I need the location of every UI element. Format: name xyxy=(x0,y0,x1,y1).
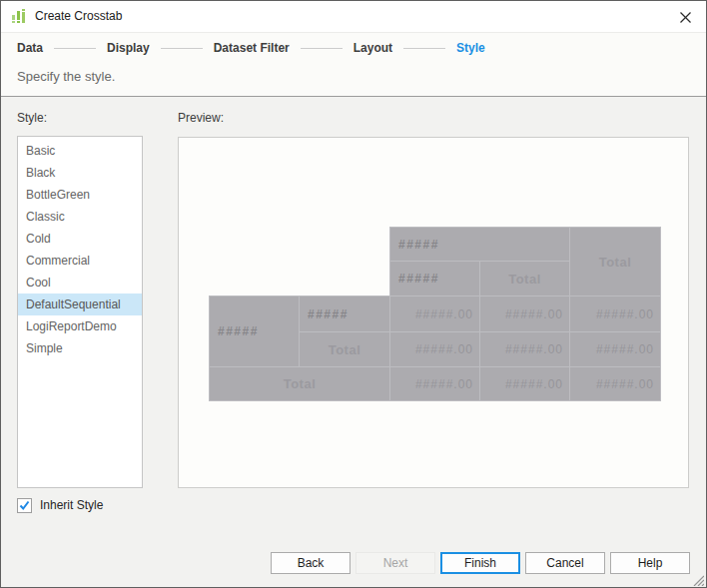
resize-grip-icon xyxy=(691,573,704,586)
dialog-title: Create Crosstab xyxy=(35,1,122,32)
crosstab-col-grand-total: Total xyxy=(570,228,660,295)
crosstab-rowheader-sub: ##### xyxy=(300,296,389,331)
crosstab-colheader-group: ##### xyxy=(390,228,569,261)
preview-label: Preview: xyxy=(178,111,224,125)
dialog-button[interactable]: Finish xyxy=(440,552,520,574)
crosstab-value-cell: #####.00 xyxy=(390,367,479,400)
crosstab-preview: ##### Total ##### Total ##### ##### ####… xyxy=(209,227,661,401)
crosstab-value-cell: #####.00 xyxy=(480,296,569,331)
dialog-header-band: Create Crosstab Data Display Dataset Fil… xyxy=(1,1,706,97)
step-dataset-filter[interactable]: Dataset Filter xyxy=(214,41,290,55)
checkbox-box[interactable] xyxy=(17,498,32,513)
style-list-item[interactable]: BottleGreen xyxy=(18,184,142,206)
crosstab-column-headers: ##### Total ##### Total xyxy=(389,227,661,296)
dialog-button[interactable]: Back xyxy=(271,552,351,574)
crosstab-value-cell: #####.00 xyxy=(390,332,479,366)
style-list-item[interactable]: Black xyxy=(18,162,142,184)
style-list-item[interactable]: Commercial xyxy=(18,250,142,272)
dialog-footer: Back Next Finish Cancel Help xyxy=(271,552,690,574)
crosstab-value-cell: #####.00 xyxy=(570,332,660,366)
close-icon xyxy=(680,12,691,23)
crosstab-app-icon xyxy=(11,8,27,24)
style-list-item[interactable]: Basic xyxy=(18,140,142,162)
inherit-style-label: Inherit Style xyxy=(40,498,103,512)
style-list-item[interactable]: Cool xyxy=(18,272,142,294)
style-list-label: Style: xyxy=(17,111,47,125)
crosstab-col-subtotal: Total xyxy=(480,262,569,295)
style-list-item[interactable]: LogiReportDemo xyxy=(18,315,142,337)
dialog-button[interactable]: Cancel xyxy=(525,552,605,574)
checkmark-icon xyxy=(19,500,30,511)
crosstab-value-cell: #####.00 xyxy=(570,367,660,400)
style-list-item[interactable]: Cold xyxy=(18,228,142,250)
step-connector xyxy=(403,48,445,49)
step-description: Specify the style. xyxy=(17,69,115,84)
resize-grip[interactable] xyxy=(691,572,704,585)
style-list-item[interactable]: DefaultSequential xyxy=(18,294,142,315)
close-button[interactable] xyxy=(672,5,698,29)
crosstab-body: ##### ##### #####.00 #####.00 #####.00 T… xyxy=(209,295,661,401)
step-connector xyxy=(54,48,96,49)
step-display[interactable]: Display xyxy=(107,41,150,55)
dialog-button[interactable]: Help xyxy=(610,552,690,574)
crosstab-rowheader-group: ##### xyxy=(210,296,299,366)
inherit-style-checkbox[interactable]: Inherit Style xyxy=(17,497,103,513)
crosstab-value-cell: #####.00 xyxy=(480,367,569,400)
step-data[interactable]: Data xyxy=(17,41,43,55)
crosstab-row-grand-total: Total xyxy=(210,367,389,400)
create-crosstab-dialog: Create Crosstab Data Display Dataset Fil… xyxy=(0,0,707,588)
step-connector xyxy=(161,48,203,49)
crosstab-value-cell: #####.00 xyxy=(480,332,569,366)
wizard-steps: Data Display Dataset Filter Layout Style xyxy=(17,34,485,62)
step-style[interactable]: Style xyxy=(456,41,485,55)
crosstab-colheader-sub: ##### xyxy=(390,262,479,295)
style-listbox[interactable]: Basic Black BottleGreen Classic Cold Com… xyxy=(17,136,143,488)
step-layout[interactable]: Layout xyxy=(354,41,392,55)
crosstab-value-cell: #####.00 xyxy=(390,296,479,331)
title-bar: Create Crosstab xyxy=(1,1,706,33)
style-list-item[interactable]: Simple xyxy=(18,337,142,359)
crosstab-value-cell: #####.00 xyxy=(570,296,660,331)
style-list-item[interactable]: Classic xyxy=(18,206,142,228)
preview-area: ##### Total ##### Total ##### ##### ####… xyxy=(178,137,689,488)
step-connector xyxy=(301,48,343,49)
crosstab-row-subtotal: Total xyxy=(300,332,389,366)
dialog-button[interactable]: Next xyxy=(355,552,435,574)
